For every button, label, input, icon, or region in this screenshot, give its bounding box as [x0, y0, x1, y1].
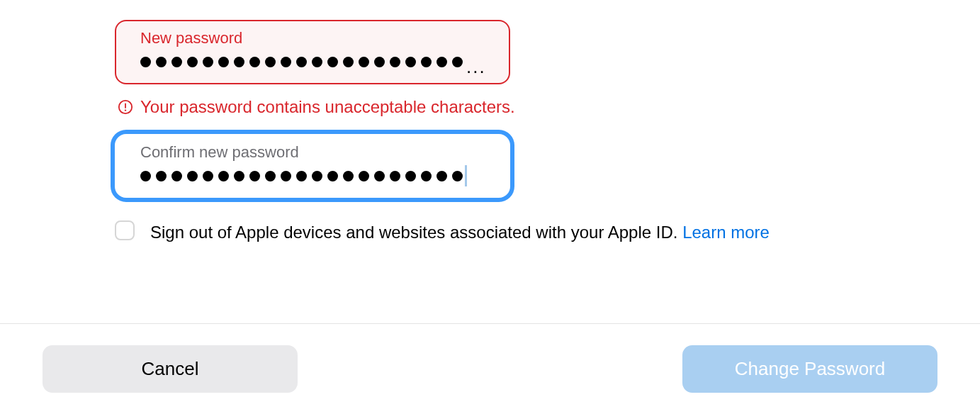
- learn-more-link[interactable]: Learn more: [682, 223, 770, 242]
- confirm-password-label: Confirm new password: [140, 142, 490, 163]
- signout-checkbox[interactable]: [115, 220, 135, 240]
- new-password-field-wrapper: New password ...: [115, 20, 510, 84]
- svg-point-2: [125, 109, 126, 111]
- new-password-input[interactable]: New password ...: [115, 20, 510, 84]
- signout-option-row: Sign out of Apple devices and websites a…: [115, 219, 845, 246]
- signout-label: Sign out of Apple devices and websites a…: [150, 219, 770, 246]
- new-password-label: New password: [140, 28, 490, 49]
- confirm-password-field-wrapper: Confirm new password: [115, 134, 510, 198]
- new-password-masked-value: ...: [140, 52, 490, 73]
- change-password-button[interactable]: Change Password: [682, 345, 937, 393]
- exclamation-circle-icon: [118, 99, 133, 115]
- password-form: New password ... Your password contains …: [0, 0, 980, 247]
- signout-label-text: Sign out of Apple devices and websites a…: [150, 223, 682, 242]
- cancel-button[interactable]: Cancel: [43, 345, 298, 393]
- confirm-password-masked-value: [140, 165, 490, 186]
- error-message: Your password contains unacceptable char…: [118, 97, 980, 117]
- dialog-footer: Cancel Change Password: [0, 323, 980, 414]
- confirm-password-input[interactable]: Confirm new password: [115, 134, 510, 198]
- error-text: Your password contains unacceptable char…: [140, 97, 515, 117]
- svg-rect-1: [125, 103, 126, 108]
